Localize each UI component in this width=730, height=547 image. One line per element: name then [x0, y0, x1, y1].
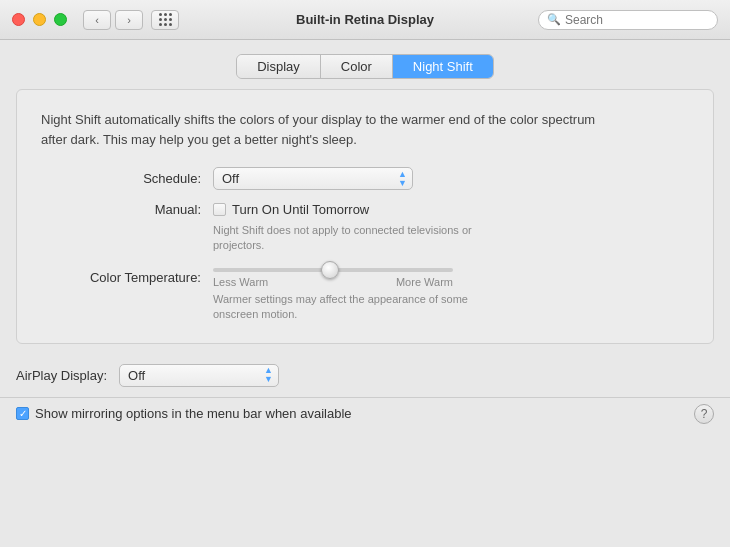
more-warm-label: More Warm — [396, 276, 453, 288]
titlebar: ‹ › Built-in Retina Display 🔍 — [0, 0, 730, 40]
tab-night-shift[interactable]: Night Shift — [393, 55, 493, 78]
schedule-select-wrapper: Off Sunset to Sunrise Custom ▲ ▼ — [213, 167, 413, 190]
slider-wrapper: Less Warm More Warm — [213, 268, 689, 288]
mirroring-checkbox[interactable]: ✓ — [16, 407, 29, 420]
manual-checkbox-label: Turn On Until Tomorrow — [232, 202, 369, 217]
forward-icon: › — [127, 14, 131, 26]
less-warm-label: Less Warm — [213, 276, 268, 288]
minimize-button[interactable] — [33, 13, 46, 26]
night-shift-panel: Night Shift automatically shifts the col… — [16, 89, 714, 344]
slider-note: Warmer settings may affect the appearanc… — [213, 292, 493, 323]
help-icon: ? — [701, 407, 708, 421]
slider-track — [213, 268, 453, 272]
checkmark-icon: ✓ — [19, 409, 27, 419]
manual-checkbox[interactable] — [213, 203, 226, 216]
airplay-select-wrapper: Off ▲ ▼ — [119, 364, 279, 387]
grid-icon — [159, 13, 172, 26]
search-input[interactable] — [565, 13, 709, 27]
manual-label: Manual: — [41, 202, 201, 217]
mirroring-row: ✓ Show mirroring options in the menu bar… — [0, 397, 730, 430]
grid-button[interactable] — [151, 10, 179, 30]
nav-buttons: ‹ › — [83, 10, 179, 30]
maximize-button[interactable] — [54, 13, 67, 26]
tabs-container: Display Color Night Shift — [0, 40, 730, 89]
manual-row: Manual: Turn On Until Tomorrow — [41, 202, 689, 217]
bottom-bar: AirPlay Display: Off ▲ ▼ — [0, 354, 730, 397]
tabs: Display Color Night Shift — [236, 54, 494, 79]
forward-button[interactable]: › — [115, 10, 143, 30]
schedule-select[interactable]: Off Sunset to Sunrise Custom — [213, 167, 413, 190]
tab-display[interactable]: Display — [237, 55, 321, 78]
close-button[interactable] — [12, 13, 25, 26]
airplay-select[interactable]: Off — [119, 364, 279, 387]
window-title: Built-in Retina Display — [296, 12, 434, 27]
search-icon: 🔍 — [547, 13, 561, 26]
back-button[interactable]: ‹ — [83, 10, 111, 30]
manual-note: Night Shift does not apply to connected … — [213, 223, 493, 254]
manual-checkbox-area: Turn On Until Tomorrow — [213, 202, 369, 217]
color-temp-label: Color Temperature: — [41, 270, 201, 285]
color-temp-row: Color Temperature: Less Warm More Warm — [41, 268, 689, 288]
window-controls — [12, 13, 67, 26]
slider-thumb[interactable] — [321, 261, 339, 279]
airplay-label: AirPlay Display: — [16, 368, 107, 383]
night-shift-description: Night Shift automatically shifts the col… — [41, 110, 601, 149]
schedule-label: Schedule: — [41, 171, 201, 186]
back-icon: ‹ — [95, 14, 99, 26]
schedule-row: Schedule: Off Sunset to Sunrise Custom ▲… — [41, 167, 689, 190]
tab-color[interactable]: Color — [321, 55, 393, 78]
mirroring-label: Show mirroring options in the menu bar w… — [35, 406, 352, 421]
help-button[interactable]: ? — [694, 404, 714, 424]
search-box[interactable]: 🔍 — [538, 10, 718, 30]
